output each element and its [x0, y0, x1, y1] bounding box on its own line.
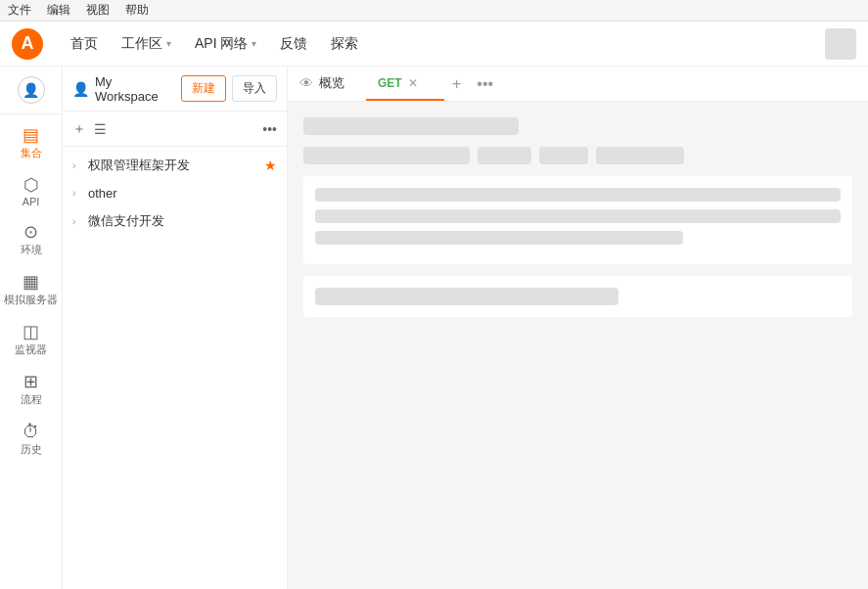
chevron-icon-1: ›: [72, 188, 84, 199]
skeleton-row-2: [303, 147, 852, 164]
more-options-icon[interactable]: •••: [262, 121, 277, 137]
collection-name-0: 权限管理框架开发: [88, 157, 260, 174]
sidebar-item-flow-label: 流程: [21, 392, 42, 407]
skeleton-section: [303, 176, 852, 264]
skeleton-bar-1: [303, 117, 519, 135]
tab-overview[interactable]: 👁 概览: [288, 67, 366, 101]
collections-header: 👤 My Workspace 新建 导入: [63, 67, 287, 112]
ws-user-icon: 👤: [72, 81, 89, 97]
menu-help[interactable]: 帮助: [125, 2, 149, 19]
tab-get-method: GET: [378, 76, 402, 90]
top-nav: A 首页 工作区 ▾ API 网络 ▾ 反馈 探索: [0, 22, 868, 67]
workspace-title: My Workspace: [95, 74, 175, 104]
collections-icon: ▤: [23, 126, 39, 144]
skeleton-section-bar-1: [315, 188, 841, 202]
main-layout: 👤 ▤ 集合 ⬡ API ⊙ 环境 ▦ 模拟服务器 ◫ 监视器 ⊞ 流程 ⏱ 历…: [0, 67, 868, 589]
nav-workspace-label: 工作区: [121, 35, 162, 53]
nav-workspace-chevron: ▾: [166, 38, 171, 49]
nav-explore-label: 探索: [331, 35, 358, 53]
eye-icon: 👁: [299, 75, 313, 91]
nav-home[interactable]: 首页: [59, 22, 110, 67]
menu-edit[interactable]: 编辑: [47, 2, 70, 19]
filter-icon[interactable]: ☰: [94, 121, 107, 137]
sidebar-item-monitor-label: 监视器: [15, 342, 47, 357]
collection-item-0[interactable]: › 权限管理框架开发 ★: [63, 151, 287, 180]
skeleton-row-1: [303, 117, 852, 135]
sidebar-item-collections-label: 集合: [21, 146, 42, 160]
chevron-icon-0: ›: [72, 160, 84, 171]
sidebar-item-mock-server[interactable]: ▦ 模拟服务器: [0, 265, 62, 315]
sidebar-item-api-label: API: [23, 196, 40, 207]
chevron-icon-2: ›: [72, 216, 84, 227]
star-icon-0[interactable]: ★: [264, 158, 277, 173]
skeleton-bar-2a: [303, 147, 470, 164]
workspace-user-icon: 👤: [18, 76, 45, 104]
tab-overview-label: 概览: [319, 74, 344, 92]
history-icon: ⏱: [23, 423, 40, 440]
tab-add-icon: +: [452, 75, 461, 93]
menu-file[interactable]: 文件: [8, 2, 31, 19]
icon-sidebar: 👤 ▤ 集合 ⬡ API ⊙ 环境 ▦ 模拟服务器 ◫ 监视器 ⊞ 流程 ⏱ 历…: [0, 67, 63, 589]
monitor-icon: ◫: [23, 323, 39, 340]
new-button[interactable]: 新建: [181, 75, 226, 102]
collection-name-2: 微信支付开发: [88, 212, 277, 230]
sidebar-item-api[interactable]: ⬡ API: [0, 168, 62, 215]
api-icon: ⬡: [23, 176, 39, 194]
sidebar-item-environment[interactable]: ⊙ 环境: [0, 215, 62, 265]
menu-bar: 文件 编辑 视图 帮助: [0, 0, 868, 22]
sidebar-item-history-label: 历史: [21, 442, 42, 457]
menu-view[interactable]: 视图: [86, 2, 110, 19]
collections-list: › 权限管理框架开发 ★ › other › 微信支付开发: [63, 147, 287, 589]
collection-name-1: other: [88, 186, 277, 201]
user-avatar[interactable]: [825, 28, 856, 60]
environment-icon: ⊙: [23, 223, 38, 241]
import-button[interactable]: 导入: [232, 75, 277, 102]
nav-feedback-label: 反馈: [280, 35, 307, 53]
sidebar-item-environment-label: 环境: [21, 243, 42, 257]
collection-item-1[interactable]: › other: [63, 180, 287, 206]
collections-panel: 👤 My Workspace 新建 导入 ＋ ☰ ••• › 权限管理框架开发 …: [63, 67, 288, 589]
sidebar-item-monitor[interactable]: ◫ 监视器: [0, 315, 62, 365]
sidebar-item-collections[interactable]: ▤ 集合: [0, 118, 62, 168]
mock-server-icon: ▦: [23, 273, 39, 291]
workspace-header: 👤: [0, 67, 62, 114]
logo[interactable]: A: [12, 28, 43, 60]
add-collection-icon[interactable]: ＋: [72, 120, 86, 138]
tab-get-request[interactable]: GET ✕: [366, 67, 444, 101]
tab-more-button[interactable]: •••: [469, 67, 501, 101]
nav-api-label: API 网络: [195, 35, 248, 53]
nav-explore[interactable]: 探索: [319, 22, 370, 67]
tab-bar: 👁 概览 GET ✕ + •••: [288, 67, 868, 102]
main-content: 👁 概览 GET ✕ + •••: [288, 67, 868, 589]
content-body: [288, 102, 868, 589]
nav-feedback[interactable]: 反馈: [268, 22, 319, 67]
sidebar-item-mock-server-label: 模拟服务器: [4, 293, 58, 307]
nav-right: [825, 28, 856, 60]
tab-close-icon[interactable]: ✕: [408, 76, 418, 90]
nav-home-label: 首页: [70, 35, 98, 53]
skeleton-section-bar-2: [315, 209, 841, 223]
skeleton-bar-2b: [478, 147, 531, 164]
collections-toolbar: ＋ ☰ •••: [63, 112, 287, 147]
skeleton-bottom-bar: [315, 288, 618, 305]
skeleton-bottom-section: [303, 276, 852, 317]
sidebar-item-flow[interactable]: ⊞ 流程: [0, 365, 62, 415]
skeleton-section-bar-3: [315, 231, 683, 245]
skeleton-bar-2c: [539, 147, 588, 164]
flow-icon: ⊞: [23, 373, 38, 390]
nav-workspace[interactable]: 工作区 ▾: [110, 22, 183, 67]
tab-more-icon: •••: [477, 75, 493, 93]
sidebar-item-history[interactable]: ⏱ 历史: [0, 415, 62, 465]
collection-item-2[interactable]: › 微信支付开发: [63, 206, 287, 236]
tab-add-button[interactable]: +: [444, 67, 469, 101]
nav-api-chevron: ▾: [251, 38, 256, 49]
nav-api[interactable]: API 网络 ▾: [183, 22, 268, 67]
skeleton-bar-2d: [596, 147, 684, 164]
